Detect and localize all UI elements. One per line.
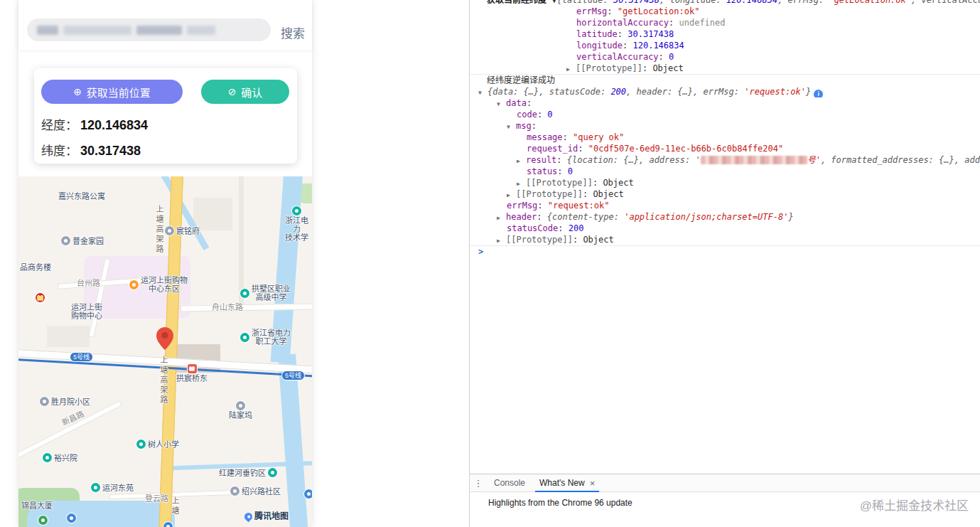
confirm-label: 确认 (241, 85, 262, 100)
map-label: 普金家园 (61, 236, 104, 245)
longitude-value: 120.146834 (80, 118, 148, 132)
console-text: 120.146834 (726, 0, 777, 5)
map[interactable]: 嘉兴东路公寓浙江电力 技术学宸铭府普金家园品商务楼台州路运河上街购物 中心东区拱… (18, 176, 312, 527)
search-bar: 搜索 (18, 0, 312, 50)
close-icon[interactable]: × (590, 478, 596, 489)
console-text: 号' (807, 155, 821, 165)
map-label-text: 新昌路 (60, 410, 85, 427)
console-line: longitude: 120.146834 (470, 40, 980, 51)
console-text: } (788, 212, 793, 222)
console-text: [[Prototype]] (526, 178, 593, 188)
console-text: : (557, 166, 567, 176)
console-line: status: 0 (470, 166, 980, 177)
console-line: verticalAccuracy: 0 (470, 51, 980, 63)
app-panel: 搜索 ⊕ 获取当前位置 ⊘ 确认 经度：120.146834 纬度：30.317… (18, 0, 312, 527)
teal-poi-icon (43, 453, 52, 462)
mc-poi-icon: M (36, 293, 45, 302)
console-text: : (642, 63, 652, 73)
map-label-text: 普金家园 (72, 237, 104, 245)
tab-whats-new[interactable]: What's New × (532, 474, 602, 492)
teal-poi-icon (240, 333, 249, 342)
console-text: latitude (576, 29, 618, 39)
disclosure-arrow-icon[interactable]: ▶ (517, 179, 526, 188)
map-label-text: 拱宸桥东 (176, 374, 208, 383)
console-text: Object (603, 178, 633, 188)
console-text: 30.317438 (613, 0, 659, 5)
disclosure-arrow-icon[interactable]: ▶ (566, 64, 576, 74)
kebab-menu-icon[interactable]: ⋮ (470, 478, 487, 489)
console-text: {latitude: (556, 0, 613, 5)
console-line: message: "query ok" (470, 132, 980, 143)
console-line[interactable]: ▶[[Prototype]]: Object (470, 188, 980, 200)
console-text: : (623, 41, 632, 50)
disclosure-arrow-icon[interactable]: ▼ (497, 99, 506, 109)
map-label: 上塘 (171, 496, 179, 516)
map-label: M拱宸桥东 (176, 364, 208, 383)
map-label: 浙江省电力 职工大学 (240, 329, 291, 346)
disclosure-arrow-icon[interactable]: ▶ (497, 235, 506, 245)
console-text: , longitude: (659, 0, 726, 5)
teal-poi-icon (91, 483, 100, 492)
disclosure-arrow-icon[interactable]: ▶ (507, 190, 516, 200)
console-line[interactable]: ▶[[Prototype]]: Object (470, 234, 980, 245)
console-text: : (578, 144, 588, 154)
map-label-text: 运河上街购物 中心东区 (141, 276, 188, 293)
console-line: 经纬度逆编译成功 (470, 75, 980, 86)
console-text: 'application/json;charset=UTF-8' (624, 212, 788, 222)
disclosure-arrow-icon[interactable]: ▶ (517, 156, 526, 166)
console-text: : (556, 155, 566, 165)
map-label: 宸铭府 (165, 226, 200, 235)
console-line[interactable]: ▼data: (470, 97, 980, 109)
console-line: horizontalAccuracy: undefined (470, 17, 980, 28)
map-label: 舟山东路 (212, 303, 243, 312)
console-output[interactable]: 获取当前经纬度 ▼{latitude: 30.317438, longitude… (470, 0, 980, 474)
console-text: 'request:ok' (744, 87, 806, 97)
map-label: 裕兴院 (43, 453, 77, 462)
map-label: 锦昌大厦 (21, 501, 53, 510)
console-text: : (593, 178, 603, 188)
map-label: 5号线 (70, 352, 93, 362)
map-label-text: 上塘高架路 (155, 205, 163, 255)
console-prompt[interactable]: > (470, 246, 980, 257)
search-button[interactable]: 搜索 (281, 23, 305, 41)
tab-console[interactable]: Console (487, 474, 532, 492)
disclosure-arrow-icon[interactable]: ▼ (507, 122, 516, 132)
map-label-text: 运河上街 购物中心 (71, 303, 102, 320)
console-text: Object (593, 189, 623, 199)
console-text: [[Prototype]] (576, 63, 642, 73)
console-line[interactable]: ▼{data: {…}, statusCode: 200, header: {…… (470, 86, 980, 97)
tab-console-label: Console (494, 478, 525, 488)
console-log: 获取当前经纬度 ▼{latitude: 30.317438, longitude… (470, 0, 980, 257)
map-label-text: 浙江电力 技术学 (281, 216, 312, 242)
console-line[interactable]: ▼msg: (470, 120, 980, 132)
console-line[interactable]: ▶header: {content-type: 'application/jso… (470, 211, 980, 223)
get-location-label: 获取当前位置 (87, 85, 151, 100)
console-text: , header: {…}, errMsg: (626, 87, 744, 97)
console-line[interactable]: ▶[[Prototype]]: Object (470, 177, 980, 188)
blue-poi-icon (163, 522, 173, 527)
console-line[interactable]: ▶result: {location: {…}, address: '号', f… (470, 154, 980, 166)
console-text: "query ok" (573, 132, 624, 142)
console-text: "0cdf507e-6ed9-11ec-b66b-6c0b84ffe204" (588, 144, 784, 154)
disclosure-arrow-icon[interactable]: ▼ (478, 87, 488, 97)
console-prompt-chevron-icon[interactable]: > (478, 246, 488, 257)
location-card: ⊕ 获取当前位置 ⊘ 确认 经度：120.146834 纬度：30.317438 (34, 68, 297, 164)
gray-poi-icon (236, 401, 245, 410)
map-label-text: 台州路 (77, 279, 100, 287)
console-line: errMsg: "request:ok" (470, 200, 980, 211)
console-text: horizontalAccuracy (576, 18, 669, 28)
map-label-text: 5号线 (281, 371, 305, 380)
console-text: errMsg (576, 6, 607, 16)
console-line[interactable]: ▶[[Prototype]]: Object (470, 63, 980, 74)
gray-poi-icon (230, 486, 239, 496)
map-label: 运河上街购物 中心东区 (129, 276, 188, 293)
metro-poi-icon: M (188, 364, 197, 373)
console-text: [[Prototype]] (506, 235, 573, 245)
disclosure-arrow-icon[interactable]: ▶ (497, 213, 506, 223)
search-input[interactable] (27, 18, 271, 41)
get-location-button[interactable]: ⊕ 获取当前位置 (41, 80, 183, 104)
confirm-button[interactable]: ⊘ 确认 (201, 80, 289, 104)
info-icon: i (814, 90, 823, 97)
console-text: "request:ok" (548, 201, 610, 211)
blue-poi-icon (304, 489, 312, 499)
